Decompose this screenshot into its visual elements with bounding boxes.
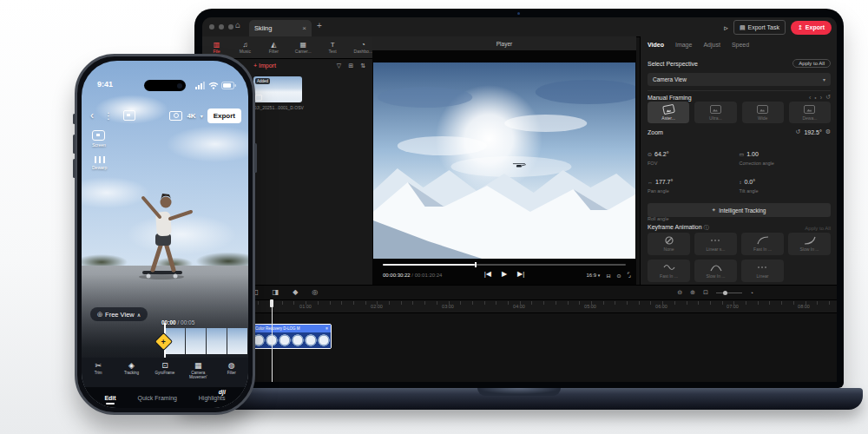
resolution-select[interactable]: 4K [187,112,195,120]
tab-speed[interactable]: Speed [732,42,749,48]
perspective-dropdown[interactable]: Camera View ▾ [648,73,831,86]
tool-gyroframe[interactable]: ⊡GyroFrame [150,361,180,375]
fit-timeline-icon[interactable]: ⊡ [703,289,708,296]
easing-linear[interactable]: Linear [741,260,784,282]
apply-to-all-button[interactable]: Apply to All [792,59,831,68]
window-controls[interactable] [209,24,233,30]
tool-camera-movement[interactable]: ▦Camera Movemen' [183,361,213,379]
grid-view-icon[interactable]: ⊞ [348,62,353,69]
toolbar-file[interactable]: ▥ File [209,41,224,54]
easing-slow-in-out[interactable]: Slow In ... [694,260,737,282]
progress-handle[interactable] [475,262,477,267]
info-icon[interactable]: ⓘ [704,225,709,230]
zoom-reset-icon[interactable]: ↺ [796,128,801,135]
chevron-down-icon[interactable]: ▾ [201,113,203,119]
side-tool-dewarp[interactable]: Dewarp [92,155,107,170]
side-tool-screen[interactable]: Screen [92,130,106,148]
toolbar-music[interactable]: ♫ Music [238,41,253,54]
phone-export-button[interactable]: Export [207,108,241,123]
snapshot-icon[interactable]: ⊙ [616,273,621,279]
free-view-button[interactable]: ◎ Free View ∧ [90,307,148,321]
zoom-value[interactable]: 192.5° [804,129,821,135]
toolbar-camera[interactable]: ▦ Camer... [295,41,312,54]
param-fov[interactable]: ⊙64.2°FOV [648,144,740,166]
framing-wide[interactable]: Wide [742,102,784,123]
tool-filter[interactable]: ◍Filter [217,361,247,375]
sort-icon[interactable]: ⇅ [360,62,365,69]
toolbar-filter[interactable]: ◭ Filter [266,41,281,54]
import-add-button[interactable]: + Import [253,62,276,69]
camera-select-icon[interactable] [169,111,182,121]
framing-dewarp[interactable]: Dewa... [789,102,831,123]
tab-image[interactable]: Image [675,42,692,48]
player-progress-bar[interactable] [383,264,626,266]
easing-linear-start[interactable]: Linear s... [694,233,737,255]
media-thumbnail[interactable]: Added [253,76,302,102]
tab-quick-framing[interactable]: Quick Framing [137,395,177,401]
timeline-zoom-slider[interactable] [716,293,742,293]
letterbox-icon[interactable]: ⊟ [606,273,610,279]
zoom-out-icon[interactable]: ⊖ [677,289,682,296]
dynamic-island [144,80,186,91]
easing-fast-in[interactable]: Fast In ... [741,233,784,255]
home-icon[interactable]: ⌂ [235,20,240,30]
filter-media-icon[interactable]: ▽ [337,62,341,69]
easing-fast-in-out[interactable]: Fast In ... [648,260,690,282]
chevron-up-icon: ∧ [137,312,141,318]
tab-video[interactable]: Video [648,42,664,48]
play-button[interactable]: ▶ [502,270,507,278]
framing-asteroid[interactable]: Aster... [648,102,689,123]
split-right-icon[interactable]: ◨ [273,288,279,296]
clip-menu-icon[interactable]: ≡ [326,326,328,331]
volume-up-button [73,135,76,154]
added-badge: Added [255,78,270,84]
prev-frame-button[interactable]: |◀ [484,270,491,278]
view-badge-icon[interactable] [123,110,135,121]
timer-icon[interactable]: ◔ [750,290,753,296]
framing-ultra[interactable]: Ultra... [694,102,736,123]
aspect-ratio-select[interactable]: 16:9 ▾ [587,273,601,278]
timeline-clip[interactable]: Color Recovery D-LOG M ≡ [252,324,332,349]
new-tab-button[interactable]: + [317,21,322,30]
toolbar-text[interactable]: T Text [326,41,340,54]
player-viewport: 00:00:30:22 / 00:01:20:24 |◀ ▶ ▶| 16:9 ▾… [372,50,636,285]
export-button[interactable]: ↥ Export [791,21,832,35]
nav-next-icon[interactable]: › [820,95,822,101]
laptop-base [175,388,863,410]
slow-in-icon [804,236,816,245]
fullscreen-icon[interactable]: ⌜⌟ [627,272,629,279]
intelligent-tracking-button[interactable]: ⌖ Intelligent Tracking [648,203,831,217]
easing-none[interactable]: None [648,233,690,255]
tab-skiing[interactable]: Skiing × [249,20,312,36]
easing-slow-in[interactable]: Slow In ... [788,233,831,255]
zoom-in-icon[interactable]: ⊕ [690,289,695,296]
param-correction[interactable]: ▭1.00Correction angle [740,144,832,166]
perspective-value: Camera View [653,76,687,82]
filter-icon: ◭ [271,41,276,49]
tab-highlights[interactable]: Highlights [199,395,226,401]
filmstrip[interactable] [165,328,247,354]
filter-icon: ◍ [228,361,235,370]
tab-edit[interactable]: Edit [104,395,115,401]
zoom-label: Zoom [648,129,663,135]
add-keyframe-icon[interactable]: ◆ [293,288,298,296]
back-button[interactable]: ‹ [90,109,94,122]
export-label: Export [806,24,825,30]
tab-adjust[interactable]: Adjust [703,42,720,48]
gear-icon[interactable]: ⚙ [825,128,831,135]
next-frame-button[interactable]: ▶| [517,270,524,278]
close-icon[interactable]: × [302,24,306,32]
play-queue-icon[interactable]: ▹ [724,23,728,32]
tool-tracking[interactable]: ◈Tracking [117,361,147,375]
param-tilt[interactable]: ↕0.0°Tilt angle [740,172,832,194]
status-bar: 9:41 [82,80,248,92]
nav-prev-icon[interactable]: ‹ [809,95,811,101]
param-pan[interactable]: ↔177.7°Pan angle [648,172,740,194]
tracking-target-icon[interactable]: ◎ [312,288,318,296]
toolbar-dashboard[interactable]: ◔ Dashbo... [354,41,372,54]
timeline: ◧ ◨ ◆ ◎ ⊖ ⊕ ⊡ ◔ 01:00 02:00 03:00 04:00 … [202,285,837,382]
more-icon[interactable]: ⋮ [104,111,113,121]
tool-trim[interactable]: ✂Trim [83,361,113,375]
export-task-button[interactable]: ▤ Export Task [733,20,786,35]
reset-icon[interactable]: ↺ [825,94,831,101]
